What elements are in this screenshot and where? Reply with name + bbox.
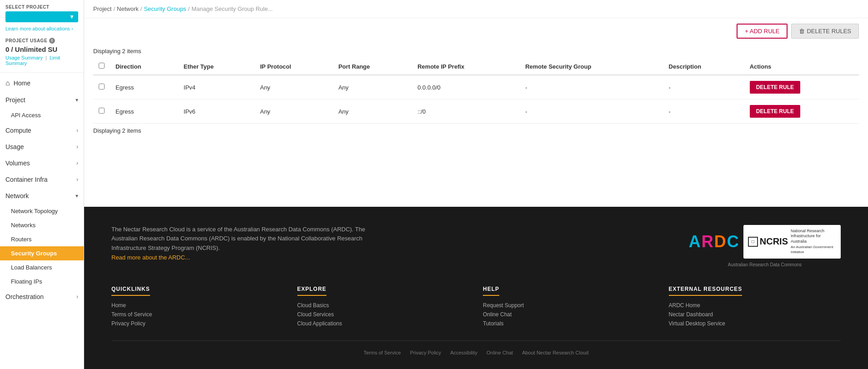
sidebar-item-routers[interactable]: Routers: [0, 232, 84, 246]
footer-col-quicklinks: QUICKLINKSHomeTerms of ServicePrivacy Po…: [111, 285, 284, 327]
footer-bottom: Terms of ServicePrivacy PolicyAccessibil…: [111, 340, 841, 355]
orchestration-chevron-icon: ›: [76, 294, 78, 300]
delete-rule-button-0[interactable]: DELETE RULE: [750, 81, 800, 94]
cell-remote-sg-1: -: [520, 100, 663, 124]
footer-link[interactable]: Tutorials: [483, 320, 655, 327]
project-chevron-icon: ▾: [75, 97, 78, 103]
sidebar-item-floating-ips[interactable]: Floating IPs: [0, 274, 84, 289]
table-wrapper: Displaying 2 items Direction Ether Type …: [84, 44, 868, 147]
logo-c: C: [727, 234, 739, 250]
sidebar-section-compute[interactable]: Compute ›: [0, 122, 84, 139]
cell-description-1: -: [663, 100, 744, 124]
project-select-button[interactable]: ▼: [5, 11, 78, 22]
cell-ip-protocol-1: Any: [255, 100, 333, 124]
footer-link[interactable]: Privacy Policy: [111, 320, 284, 327]
project-usage-info-icon[interactable]: i: [49, 38, 55, 44]
footer-link[interactable]: Terms of Service: [111, 311, 284, 318]
footer-link[interactable]: Virtual Desktop Service: [669, 320, 841, 327]
learn-more-allocations-link[interactable]: Learn more about allocations ›: [0, 25, 84, 35]
ncris-cube-icon: □: [748, 237, 758, 247]
footer-bottom-link[interactable]: Online Chat: [487, 350, 513, 355]
footer-link[interactable]: Cloud Applications: [297, 320, 470, 327]
sidebar-item-api-access[interactable]: API Access: [0, 108, 84, 122]
sidebar-item-load-balancers[interactable]: Load Balancers: [0, 260, 84, 274]
delete-rules-button[interactable]: 🗑 DELETE RULES: [791, 24, 859, 39]
sidebar-section-container-infra[interactable]: Container Infra ›: [0, 171, 84, 188]
cell-direction-1: Egress: [110, 100, 178, 124]
footer-col-heading: QUICKLINKS: [111, 286, 150, 296]
delete-rules-label: DELETE RULES: [807, 28, 851, 35]
th-description: Description: [663, 58, 744, 75]
th-remote-security-group: Remote Security Group: [520, 58, 663, 75]
footer-link[interactable]: Cloud Basics: [297, 302, 470, 309]
footer-bottom-link[interactable]: Privacy Policy: [410, 350, 441, 355]
footer-bottom-link[interactable]: About Nectar Research Cloud: [522, 350, 588, 355]
project-select-chevron: ▼: [69, 14, 75, 20]
sidebar-section-usage[interactable]: Usage ›: [0, 139, 84, 155]
usage-summary-link[interactable]: Usage Summary: [5, 55, 43, 60]
footer-top: The Nectar Research Cloud is a service o…: [111, 225, 841, 267]
delete-rule-button-1[interactable]: DELETE RULE: [750, 105, 800, 118]
logo-d: D: [714, 234, 726, 250]
project-select-text: [9, 14, 10, 20]
footer-col-help: HELPRequest SupportOnline ChatTutorials: [483, 285, 655, 327]
ardc-full-name: Australian Research Data Commons: [689, 262, 841, 267]
cell-description-0: -: [663, 75, 744, 100]
read-more-ardc-link[interactable]: Read more about the ARDC...: [111, 254, 190, 261]
row-checkbox-0[interactable]: [99, 84, 105, 90]
sidebar-item-home[interactable]: ⌂ Home: [0, 75, 84, 92]
footer-link[interactable]: Request Support: [483, 302, 655, 309]
table-row: Egress IPv6 Any Any ::/0 - - DELETE RULE: [93, 100, 859, 124]
network-chevron-icon: ▾: [75, 193, 78, 199]
breadcrumb-project[interactable]: Project: [93, 5, 111, 12]
sidebar-item-network-topology[interactable]: Network Topology: [0, 204, 84, 218]
add-rule-button[interactable]: + ADD RULE: [737, 24, 788, 39]
usage-amount: 0 / Unlimited SU: [0, 45, 84, 54]
footer-link[interactable]: Nectar Dashboard: [669, 311, 841, 318]
breadcrumb-network[interactable]: Network: [117, 5, 139, 12]
sidebar-section-network[interactable]: Network ▾: [0, 188, 84, 204]
trash-icon: 🗑: [799, 28, 805, 35]
footer: The Nectar Research Cloud is a service o…: [84, 207, 868, 369]
footer-link[interactable]: Online Chat: [483, 311, 655, 318]
project-usage-label: PROJECT USAGE i: [0, 35, 84, 45]
footer-bottom-link[interactable]: Terms of Service: [364, 350, 401, 355]
cell-actions-0: DELETE RULE: [744, 75, 859, 100]
footer-col-explore: EXPLORECloud BasicsCloud ServicesCloud A…: [297, 285, 470, 327]
th-remote-ip-prefix: Remote IP Prefix: [412, 58, 520, 75]
footer-link[interactable]: ARDC Home: [669, 302, 841, 309]
row-checkbox-1[interactable]: [99, 108, 105, 114]
footer-link[interactable]: Home: [111, 302, 284, 309]
footer-description-block: The Nectar Research Cloud is a service o…: [111, 225, 366, 263]
sidebar-item-networks[interactable]: Networks: [0, 218, 84, 232]
breadcrumb-current-page: Manage Security Group Rule...: [191, 5, 272, 12]
cell-remote-ip-1: ::/0: [412, 100, 520, 124]
footer-logos-block: A R D C □ NCRIS National Research Infras…: [689, 225, 841, 267]
logo-a: A: [689, 234, 701, 250]
th-direction: Direction: [110, 58, 178, 75]
sidebar-item-security-groups[interactable]: Security Groups: [0, 246, 84, 260]
project-select-wrapper: ▼: [0, 11, 84, 25]
footer-col-external-resources: EXTERNAL RESOURCESARDC HomeNectar Dashbo…: [669, 285, 841, 327]
footer-bottom-link[interactable]: Accessibility: [450, 350, 477, 355]
volumes-chevron-icon: ›: [76, 160, 78, 166]
footer-link[interactable]: Cloud Services: [297, 311, 470, 318]
sidebar-section-project[interactable]: Project ▾: [0, 92, 84, 108]
sidebar-section-orchestration[interactable]: Orchestration ›: [0, 289, 84, 305]
breadcrumb-security-groups[interactable]: Security Groups: [144, 5, 186, 12]
footer-columns: QUICKLINKSHomeTerms of ServicePrivacy Po…: [111, 285, 841, 327]
select-all-checkbox[interactable]: [99, 63, 105, 69]
security-rules-table: Direction Ether Type IP Protocol Port Ra…: [93, 58, 859, 124]
select-project-label: SELECT PROJECT: [0, 0, 84, 11]
ncris-subtitle: National Research Infrastructure for Aus…: [791, 229, 836, 255]
cell-ether-type-1: IPv6: [178, 100, 255, 124]
footer-col-heading: EXPLORE: [297, 286, 326, 296]
container-infra-chevron-icon: ›: [76, 176, 78, 183]
ardc-logo: A R D C: [689, 234, 739, 250]
th-ether-type: Ether Type: [178, 58, 255, 75]
breadcrumb: Project / Network / Security Groups / Ma…: [84, 0, 868, 18]
sidebar-section-volumes[interactable]: Volumes ›: [0, 155, 84, 171]
cell-port-range-0: Any: [333, 75, 412, 100]
footer-col-heading: EXTERNAL RESOURCES: [669, 286, 743, 296]
usage-links: Usage Summary | Limit Summary: [0, 54, 84, 70]
